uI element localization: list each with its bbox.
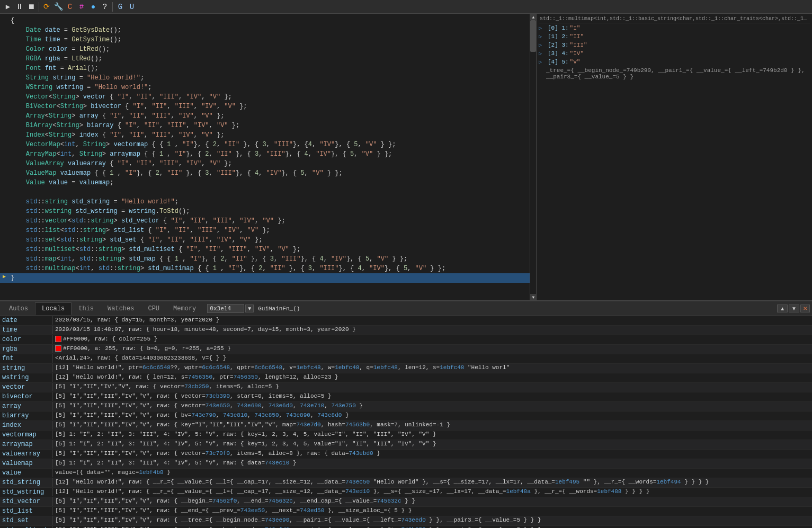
debug-tabs: Autos Locals this Watches CPU Memory ▼ G… (0, 301, 812, 316)
var-value-valuemap: [5] 1: "I", 2: "II", 3: "III", 4: "IV", … (53, 459, 812, 467)
tab-autos[interactable]: Autos (2, 302, 35, 315)
code-main: { Date date = GetSysDate(); Time time = … (0, 14, 536, 300)
debug-row-rgba: rgba #FF0000, a: 255, raw: { b=0, g=0, r… (0, 345, 812, 354)
code-text: std::wstring std_wstring = wstring.ToStd… (8, 207, 190, 216)
code-line: Vector<String> vector { "I", "II", "III"… (0, 92, 530, 102)
var-name-array: array (0, 402, 53, 410)
g-icon[interactable]: G (115, 2, 125, 12)
var-name-biarray: biarray (0, 411, 53, 420)
var-value-index: [5] "I","II","III","IV","V", raw: { key=… (53, 421, 812, 428)
var-name-vector: vector (0, 383, 53, 391)
code-text: std::string std_string = "Hello world!"; (8, 197, 179, 207)
var-value-bivector: [5] "I","II","III","IV","V", raw: { vect… (53, 392, 812, 400)
debug-scroll-down[interactable]: ▼ (789, 305, 799, 312)
code-text: Array<String> array { "I", "II", "III", … (8, 111, 224, 121)
expand-icon[interactable]: ▷ (539, 50, 546, 57)
debug-row-std-multiset: std_multiset [5] "I","II","III","IV","V"… (0, 526, 812, 528)
code-text: std::map<int, std::string> std_map { { 1… (8, 254, 407, 264)
hash-icon[interactable]: # (77, 2, 86, 12)
var-name-std-list: std_list (0, 507, 53, 515)
var-name-valuemap: valuemap (0, 459, 53, 468)
code-line: std::list<std::string> std_list { "I", "… (0, 226, 530, 235)
var-value-array: [5] "I","II","III","IV","V", raw: { vect… (53, 402, 812, 409)
debug-close[interactable]: ✕ (800, 305, 810, 312)
code-text: Color color = LtRed(); (8, 44, 110, 54)
u-icon[interactable]: U (127, 2, 137, 12)
watch-val: "IV" (570, 50, 584, 57)
debug-scroll-up[interactable]: ▲ (777, 305, 788, 312)
watch-item: _tree_={ __begin_node_=749b290, __pair1_… (539, 67, 810, 80)
var-name-valuearray: valuearray (0, 450, 53, 458)
var-value-time: 2020/03/15 18:48:07, raw: { hour=18, min… (53, 326, 812, 333)
debug-row-string: string [12] "Hello world!", ptr=6c6c6548… (0, 364, 812, 373)
var-value-wstring: [12] "Hello world!", raw: { len=12, s=74… (53, 373, 812, 381)
address-input[interactable] (207, 304, 244, 313)
code-line: std::vector<std::string> std_vector { "I… (0, 216, 530, 226)
watch-key: [0] 1: (548, 25, 569, 31)
code-text: Value value = valuemap; (8, 178, 113, 187)
code-line: std::multiset<std::string> std_multiset … (0, 245, 530, 254)
debug-row-valuemap: valuemap [5] 1: "I", 2: "II", 3: "III", … (0, 459, 812, 469)
var-value-color: #FF0000, raw: { color=255 } (53, 335, 812, 343)
code-text: std::list<std::string> std_list { "I", "… (8, 226, 270, 235)
code-line: ArrayMap<int, String> arraymap { { 1 , "… (0, 149, 530, 159)
watch-val: "II" (570, 33, 584, 40)
watch-title: std::_1::multimap<int,std::_1::basic_str… (539, 15, 810, 23)
tab-memory[interactable]: Memory (166, 302, 203, 315)
code-text: Font fnt = Arial(); (8, 64, 99, 73)
stop-icon[interactable]: ⏹ (26, 2, 36, 12)
code-line: Index<String> index { "I", "II", "III", … (0, 130, 530, 140)
expand-icon[interactable]: ▷ (539, 33, 546, 40)
debug-table: date 2020/03/15, raw: { day=15, month=3,… (0, 316, 812, 528)
debug-row-array: array [5] "I","II","III","IV","V", raw: … (0, 402, 812, 411)
build-icon[interactable]: 🔧 (53, 2, 63, 12)
expand-icon[interactable]: ▷ (539, 25, 546, 31)
code-line: Font fnt = Arial(); (0, 64, 530, 73)
debug-row-index: index [5] "I","II","III","IV","V", raw: … (0, 421, 812, 431)
address-dropdown[interactable]: ▼ (245, 305, 254, 312)
expand-icon[interactable]: ▷ (539, 42, 546, 48)
watch-key: [1] 2: (548, 33, 569, 40)
var-value-std-string: [12] "Hello world!", raw: { __r_={ __val… (53, 478, 812, 486)
debug-row-time: time 2020/03/15 18:48:07, raw: { hour=18… (0, 326, 812, 335)
info-icon[interactable]: ● (88, 2, 98, 12)
code-text: RGBA rgba = LtRed(); (8, 54, 102, 64)
var-name-string: string (0, 364, 53, 372)
right-panel: std::_1::multimap<int,std::_1::basic_str… (537, 14, 812, 300)
help-icon[interactable]: ? (100, 2, 110, 12)
code-line: BiVector<String> bivector { "I", "II", "… (0, 102, 530, 111)
watch-key: [3] 4: (548, 50, 569, 57)
code-line: Array<String> array { "I", "II", "III", … (0, 111, 530, 121)
code-text: Index<String> index { "I", "II", "III", … (8, 130, 224, 140)
code-line: std::set<std::string> std_set { "I", "II… (0, 235, 530, 245)
var-name-fnt: fnt (0, 354, 53, 363)
code-text: Time time = GetSysTime(); (8, 35, 121, 44)
code-text: std::multimap<int, std::string> std_mult… (8, 264, 445, 273)
code-text: } (8, 273, 14, 283)
tab-this[interactable]: this (72, 302, 101, 315)
scroll-up-btn[interactable]: ▲ (530, 14, 536, 20)
var-name-rgba: rgba (0, 345, 53, 353)
watch-item: ▷ [2] 3: "III" (539, 41, 810, 50)
code-text: BiArray<String> biarray { "I", "II", "II… (8, 121, 239, 130)
watch-item: ▷ [3] 4: "IV" (539, 50, 810, 58)
cpp-icon[interactable]: C (65, 2, 75, 12)
tab-locals[interactable]: Locals (35, 302, 72, 315)
debug-row-std-wstring: std_wstring [12] "Hello world!", raw: { … (0, 488, 812, 497)
debug-row-arraymap: arraymap [5] 1: "I", 2: "II", 3: "III", … (0, 440, 812, 450)
run-icon[interactable]: ▶ (3, 2, 13, 12)
code-line: ValueMap valuemap { { 1 , "I"}, { 2, "II… (0, 168, 530, 178)
var-name-std-string: std_string (0, 478, 53, 487)
code-scrollbar[interactable]: ▲ ▼ (530, 14, 536, 300)
scroll-down-btn[interactable]: ▼ (530, 294, 536, 300)
var-value-vector: [5] "I","II","IV","V", raw: { vector=73c… (53, 383, 812, 390)
code-content[interactable]: { Date date = GetSysDate(); Time time = … (0, 14, 530, 300)
tab-watches[interactable]: Watches (101, 302, 141, 315)
pause-icon[interactable]: ⏸ (15, 2, 24, 12)
expand-icon[interactable]: ▷ (539, 59, 546, 65)
code-text: { (8, 16, 14, 25)
var-value-valuearray: [5] "I","II","III","IV","V", raw: { vect… (53, 450, 812, 457)
restart-icon[interactable]: ⟳ (42, 2, 51, 12)
tab-cpu[interactable]: CPU (141, 302, 166, 315)
scroll-thumb[interactable] (530, 20, 536, 52)
